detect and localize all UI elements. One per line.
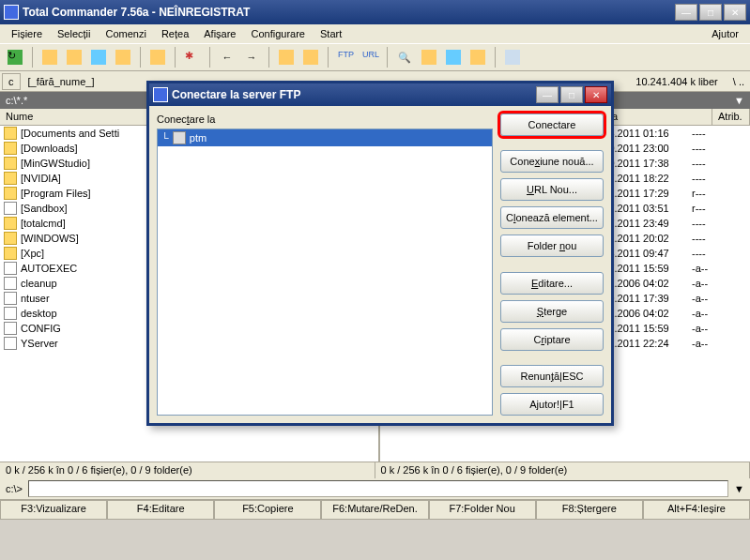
new-url-button[interactable]: URL Nou... xyxy=(500,178,604,201)
edit-button[interactable]: Editare... xyxy=(500,272,604,295)
f6-button[interactable]: F6:Mutare/ReDen. xyxy=(321,500,428,520)
menu-selectii[interactable]: Selecții xyxy=(50,26,98,41)
status-right: 0 k / 256 k în 0 / 6 fișier(e), 0 / 9 fo… xyxy=(375,462,751,478)
window-title: Total Commander 7.56a - NEÎNREGISTRAT xyxy=(23,6,675,19)
close-button[interactable]: ✕ xyxy=(724,4,746,21)
delete-button[interactable]: Șterge xyxy=(500,300,604,323)
ftp-dialog: Conectare la server FTP — □ ✕ Conectare … xyxy=(146,81,614,426)
dialog-titlebar: Conectare la server FTP — □ ✕ xyxy=(149,83,611,106)
list-item[interactable]: └ ptm xyxy=(158,129,492,146)
ftp-icon[interactable]: FTP xyxy=(334,46,357,68)
list-item-label: ptm xyxy=(190,132,207,144)
menu-ajutor[interactable]: Ajutor xyxy=(704,26,746,41)
unpack-icon[interactable] xyxy=(299,46,322,68)
menu-bar: Fișiere Selecții Comenzi Rețea Afișare C… xyxy=(0,24,750,43)
view-full-icon[interactable] xyxy=(63,46,85,68)
connection-list[interactable]: └ ptm xyxy=(157,129,493,416)
connect-button[interactable]: Conectare xyxy=(500,114,604,136)
drive-updir[interactable]: \ .. xyxy=(727,76,750,87)
sync-icon[interactable] xyxy=(442,46,465,68)
server-icon xyxy=(173,131,186,144)
file-doc-icon xyxy=(4,307,17,320)
file-attr: ---- xyxy=(692,173,706,184)
command-line: c:\> ▼ xyxy=(0,478,750,499)
file-attr: -a-- xyxy=(692,338,708,349)
file-attr: ---- xyxy=(692,218,706,229)
file-attr: r--- xyxy=(692,203,706,214)
cmd-input[interactable] xyxy=(28,480,728,497)
menu-configurare[interactable]: Configurare xyxy=(244,26,313,41)
dialog-label: Conectare la xyxy=(157,114,493,125)
status-left: 0 k / 256 k în 0 / 6 fișier(e), 0 / 9 fo… xyxy=(0,462,375,478)
refresh-icon[interactable]: ↻ xyxy=(4,46,26,68)
cmd-dropdown-icon[interactable]: ▼ xyxy=(734,483,744,494)
star-icon[interactable]: ✱ xyxy=(181,46,204,68)
maximize-button[interactable]: □ xyxy=(699,4,722,21)
folder-icon xyxy=(4,157,17,170)
menu-afisare[interactable]: Afișare xyxy=(196,26,243,41)
file-attr: ---- xyxy=(692,158,706,169)
folder-icon xyxy=(4,247,17,260)
cancel-button[interactable]: Renunță|ESC xyxy=(500,365,604,387)
pack-icon[interactable] xyxy=(275,46,298,68)
encrypt-button[interactable]: Criptare xyxy=(500,328,604,351)
dialog-minimize-button[interactable]: — xyxy=(536,86,559,103)
col-atrib[interactable]: Atrib. xyxy=(712,109,750,125)
drive-free-space: 10.241.404 k liber xyxy=(635,76,727,87)
folder-special-icon xyxy=(4,202,17,215)
file-attr: -a-- xyxy=(692,308,708,319)
file-attr: -a-- xyxy=(692,263,708,274)
file-attr: -a-- xyxy=(692,323,708,334)
folder-icon xyxy=(4,142,17,155)
invert-icon[interactable] xyxy=(146,46,169,68)
main-titlebar: Total Commander 7.56a - NEÎNREGISTRAT — … xyxy=(0,0,750,24)
url-icon[interactable]: URL xyxy=(359,46,381,68)
folder-icon xyxy=(4,127,17,140)
view-brief-icon[interactable] xyxy=(38,46,61,68)
f3-button[interactable]: F3:Vizualizare xyxy=(0,500,107,520)
multirename-icon[interactable] xyxy=(418,46,440,68)
dialog-close-button[interactable]: ✕ xyxy=(585,86,607,103)
function-key-bar: F3:Vizualizare F4:Editare F5:Copiere F6:… xyxy=(0,499,750,520)
f4-button[interactable]: F4:Editare xyxy=(107,500,214,520)
cmd-prompt: c:\> xyxy=(6,483,23,494)
f5-button[interactable]: F5:Copiere xyxy=(214,500,321,520)
new-folder-button[interactable]: Folder nou xyxy=(500,235,604,257)
help-button[interactable]: Ajutor!|F1 xyxy=(500,393,604,416)
menu-fisiere[interactable]: Fișiere xyxy=(4,26,50,41)
drive-label: [_fără_nume_] xyxy=(23,76,100,87)
drive-c-button[interactable]: c xyxy=(2,73,21,90)
search-icon[interactable]: 🔍 xyxy=(393,46,416,68)
folder-icon xyxy=(4,187,17,200)
file-attr: r--- xyxy=(692,188,706,199)
menu-retea[interactable]: Rețea xyxy=(154,26,196,41)
f7-button[interactable]: F7:Folder Nou xyxy=(429,500,536,520)
file-attr: ---- xyxy=(692,233,706,244)
path-dropdown-icon[interactable]: ▼ xyxy=(734,95,744,106)
view-tree-icon[interactable] xyxy=(112,46,134,68)
dialog-icon xyxy=(153,87,168,102)
path-text: c:\*.* xyxy=(6,95,27,106)
app-icon xyxy=(4,5,19,20)
file-doc-icon xyxy=(4,277,17,290)
file-attr: -a-- xyxy=(692,278,708,289)
menu-start[interactable]: Start xyxy=(313,26,349,41)
altf4-button[interactable]: Alt+F4:Ieșire xyxy=(643,500,750,520)
new-connection-button[interactable]: Conexiune nouă... xyxy=(500,150,604,173)
clone-button[interactable]: Clonează element... xyxy=(500,206,604,229)
back-icon[interactable]: ← xyxy=(216,46,238,68)
copy-names-icon[interactable] xyxy=(467,46,489,68)
file-doc-icon xyxy=(4,322,17,335)
forward-icon[interactable]: → xyxy=(240,46,263,68)
folder-icon xyxy=(4,217,17,230)
f8-button[interactable]: F8:Ștergere xyxy=(536,500,643,520)
notepad-icon[interactable] xyxy=(501,46,524,68)
status-bar: 0 k / 256 k în 0 / 6 fișier(e), 0 / 9 fo… xyxy=(0,462,750,478)
view-thumbs-icon[interactable] xyxy=(87,46,110,68)
minimize-button[interactable]: — xyxy=(675,4,697,21)
dialog-title: Conectare la server FTP xyxy=(172,88,536,101)
folder-icon xyxy=(4,172,17,185)
menu-comenzi[interactable]: Comenzi xyxy=(98,26,153,41)
dialog-maximize-button[interactable]: □ xyxy=(560,86,583,103)
file-doc-icon xyxy=(4,337,17,350)
